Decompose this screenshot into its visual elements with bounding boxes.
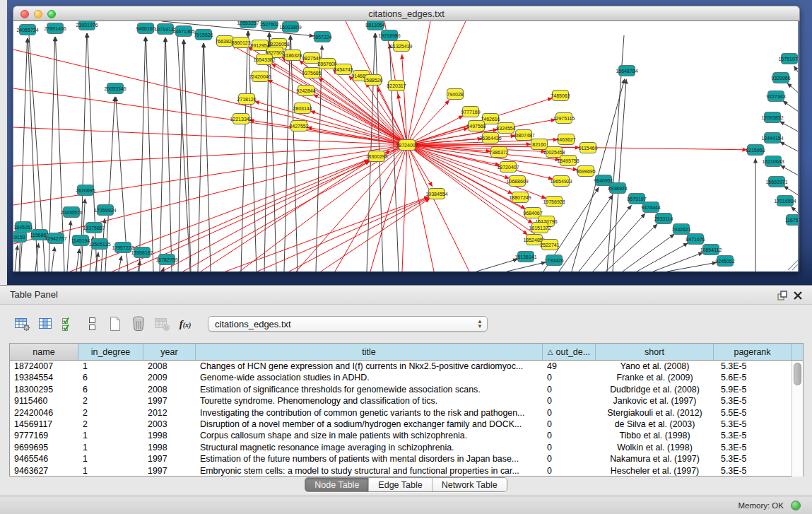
table-selector-dropdown[interactable]: citations_edges.txt ▲▼	[208, 316, 488, 332]
tab-edge-table[interactable]: Edge Table	[369, 478, 432, 491]
table-row[interactable]: 2242004622012Investigating the contribut…	[10, 407, 792, 419]
column-header-short[interactable]: short	[596, 344, 714, 360]
column-header-name[interactable]: name	[10, 344, 78, 360]
graph-node[interactable]: 1167533	[785, 215, 799, 226]
table-row[interactable]: 946554611997Estimation of the future num…	[10, 453, 792, 465]
graph-node[interactable]: 12213343	[230, 114, 252, 124]
graph-node[interactable]: 12093832	[761, 112, 783, 123]
graph-node[interactable]: 23931976	[76, 21, 98, 30]
graph-node[interactable]: 15692971	[765, 177, 787, 187]
graph-node[interactable]: 8427552	[289, 121, 308, 132]
graph-node[interactable]: 7915526	[194, 30, 213, 40]
graph-node[interactable]: 7485063	[551, 90, 570, 101]
graph-node[interactable]: 18495758	[557, 156, 579, 166]
graph-node[interactable]: 8324554	[496, 123, 515, 134]
graph-node[interactable]: 794028	[447, 89, 463, 100]
graph-node[interactable]: 20206576	[60, 207, 82, 218]
graph-node[interactable]: 2803144	[293, 103, 312, 114]
graph-node[interactable]: 10688609	[506, 176, 528, 187]
graph-node[interactable]: 2718126	[237, 94, 256, 105]
graph-node[interactable]: 11325419	[391, 41, 413, 52]
column-header-year[interactable]: year	[143, 344, 196, 360]
graph-node[interactable]: 9777169	[461, 107, 480, 117]
graph-node[interactable]: 12444154	[761, 133, 783, 144]
graph-node[interactable]: 16210643	[762, 156, 784, 167]
graph-node[interactable]: 14671365	[172, 26, 194, 37]
graph-node[interactable]: 9466160	[136, 23, 155, 34]
graph-node[interactable]: 26364436	[479, 133, 501, 144]
graph-node[interactable]: 27691406	[44, 23, 66, 34]
graph-node[interactable]: 18724007	[396, 140, 418, 151]
graph-node[interactable]: 7386372	[489, 147, 508, 158]
modify-table-icon[interactable]	[13, 315, 31, 333]
graph-node[interactable]: 7857224	[312, 32, 331, 42]
graph-node[interactable]: 19218986	[378, 30, 400, 41]
graph-node[interactable]: 13505135	[88, 239, 110, 250]
graph-node[interactable]: 19756928	[543, 197, 565, 207]
graph-node[interactable]: 8813054	[365, 21, 384, 30]
graph-node[interactable]: 8471676	[686, 234, 705, 245]
graph-node[interactable]: 12975115	[553, 113, 575, 124]
graph-node[interactable]: 1588520	[363, 75, 382, 86]
function-builder-icon[interactable]: f(x)	[176, 315, 194, 333]
graph-node[interactable]: 9699695	[576, 166, 595, 177]
graph-node[interactable]: 9227343	[766, 91, 785, 102]
graph-node[interactable]: 18807249	[509, 192, 531, 203]
graph-node[interactable]: 2620695	[76, 185, 95, 196]
new-table-icon[interactable]	[106, 315, 124, 333]
graph-node[interactable]: 2522741	[540, 240, 559, 250]
graph-node[interactable]: 10553257	[237, 21, 259, 28]
scrollbar-thumb[interactable]	[794, 363, 801, 385]
graph-node[interactable]: 16033809	[279, 22, 301, 33]
show-columns-icon[interactable]	[36, 315, 54, 333]
graph-node[interactable]: 8186328	[283, 50, 302, 61]
graph-node[interactable]: 12942757	[45, 233, 66, 244]
delete-entries-icon[interactable]	[129, 315, 148, 333]
graph-node[interactable]: 1733426	[544, 255, 563, 266]
graph-node[interactable]: 19384554	[425, 189, 447, 199]
delete-table-icon[interactable]	[153, 315, 171, 333]
table-row[interactable]: 977716911998Corpus callosum shape and si…	[10, 430, 792, 441]
graph-node[interactable]: 15751074	[778, 54, 799, 64]
graph-node[interactable]: 13958167	[131, 247, 153, 258]
graph-node[interactable]: 8215953	[746, 145, 765, 156]
graph-node[interactable]: 15136141	[514, 252, 536, 262]
graph-node[interactable]: 16782759	[155, 255, 177, 265]
graph-node[interactable]: 18720407	[497, 162, 519, 173]
network-window[interactable]: citations_edges.txt 18724007183002951938…	[13, 6, 800, 272]
graph-node[interactable]: 82160	[531, 139, 548, 150]
table-row[interactable]: 1938455462009Genome-wide association stu…	[10, 372, 792, 383]
select-rows-icon[interactable]	[59, 315, 78, 333]
graph-node[interactable]: 10654112	[700, 245, 722, 255]
graph-node[interactable]: 8220317	[387, 81, 406, 91]
row-height-icon[interactable]	[83, 315, 101, 333]
graph-node[interactable]: 10807487	[512, 130, 534, 141]
graph-node[interactable]: 8938924	[608, 183, 627, 194]
table-row[interactable]: 969969511998Structural magnetic resonanc…	[10, 442, 792, 453]
graph-node[interactable]: 9375685	[302, 68, 321, 78]
graph-node[interactable]: 16151372	[529, 223, 551, 233]
float-window-icon[interactable]	[777, 290, 788, 301]
graph-node[interactable]: 1527602	[259, 21, 278, 30]
close-icon[interactable]	[792, 290, 804, 301]
table-row[interactable]: 1830029562008Estimation of significance …	[10, 384, 792, 395]
graph-node[interactable]: 9245052	[715, 256, 734, 267]
graph-node[interactable]: 9474444	[641, 202, 660, 213]
tab-network-table[interactable]: Network Table	[433, 478, 507, 491]
close-window-button[interactable]	[20, 10, 29, 18]
graph-node[interactable]: 1145194	[71, 235, 90, 246]
column-header-out_de[interactable]: △out_de...	[543, 344, 596, 360]
network-canvas[interactable]: 1872400718300295193845547663822886012389…	[13, 21, 799, 271]
column-header-in_degree[interactable]: in_degree	[78, 344, 143, 360]
graph-node[interactable]: 24055724	[16, 25, 38, 35]
graph-node[interactable]: 16543382	[253, 54, 275, 65]
graph-node[interactable]: 19654923	[550, 176, 572, 187]
graph-node[interactable]: 20053346	[104, 83, 126, 94]
graph-node[interactable]: 2933114	[654, 214, 673, 224]
zoom-window-button[interactable]	[47, 10, 56, 18]
graph-node[interactable]: 19375887	[83, 223, 105, 233]
table-row[interactable]: 946362711997Embryonic stem cells: a mode…	[10, 465, 792, 477]
resize-grip[interactable]	[788, 260, 798, 270]
graph-node[interactable]: 9115460	[579, 143, 598, 153]
vertical-scrollbar[interactable]	[792, 361, 803, 477]
